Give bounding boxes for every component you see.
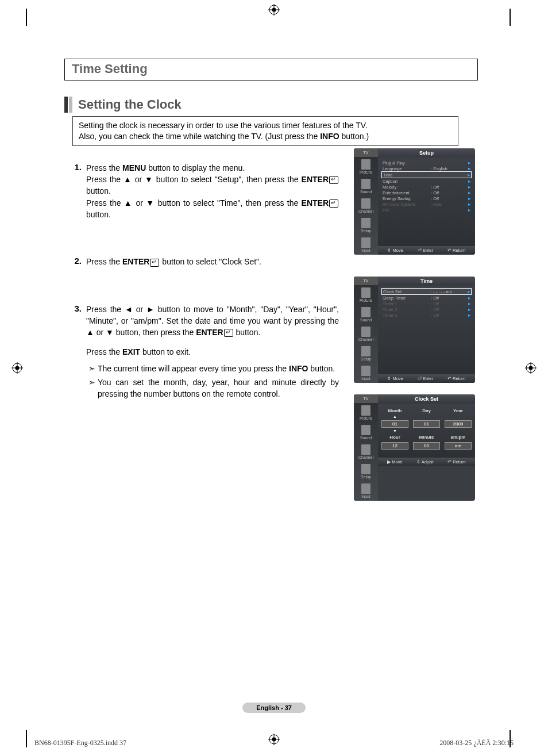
step-body: Press the ◄ or ► button to move to "Mont…: [86, 304, 339, 400]
osd-side-item: Input: [354, 235, 378, 255]
osd-side-item: Channel: [354, 442, 378, 462]
osd-title: Clock Set: [378, 394, 475, 404]
osd-side-item: Channel: [354, 324, 378, 344]
osd-screen-2: TVPictureSoundChannelSetupInputTimeClock…: [354, 277, 475, 383]
osd-title: Setup: [378, 148, 475, 158]
osd-row: Entertainment: Off►: [381, 190, 472, 195]
section-heading: Setting the Clock: [64, 97, 478, 113]
osd-row: Timer 3: Off►: [381, 312, 472, 318]
osd-side-item: Setup: [354, 344, 378, 363]
registration-mark-icon: [525, 362, 537, 374]
osd-side-item: Sound: [354, 305, 378, 324]
intro-box: Setting the clock is necessary in order …: [72, 116, 458, 146]
clock-field: 00: [413, 442, 440, 450]
section-title: Setting the Clock: [78, 97, 182, 112]
osd-tv-label: TV: [354, 148, 378, 157]
osd-side-item: Setup: [354, 462, 378, 481]
osd-side-item: Input: [354, 363, 378, 383]
osd-side-item: Sound: [354, 423, 378, 442]
osd-side-item: Channel: [354, 196, 378, 216]
clock-field: am: [445, 442, 472, 450]
document-footer: BN68-01395F-Eng-0325.indd 37 2008-03-25 …: [34, 739, 514, 747]
osd-side-item: Input: [354, 481, 378, 501]
osd-row: PIP►: [381, 207, 472, 213]
osd-row: Language: English►: [381, 166, 472, 171]
registration-mark-icon: [11, 362, 23, 374]
osd-title: Time: [378, 277, 475, 286]
osd-screen-1: TVPictureSoundChannelSetupInputSetupPlug…: [354, 148, 475, 255]
osd-row: Sleep Timer: Off►: [381, 295, 472, 301]
clock-field: 2008: [445, 420, 472, 428]
osd-row: Timer 2: Off►: [381, 306, 472, 312]
osd-row: Clock Set: - - : - - am►: [381, 288, 472, 295]
osd-row: Plug & Play►: [381, 160, 472, 166]
osd-side-item: Setup: [354, 216, 378, 235]
osd-side-item: Picture: [354, 403, 378, 423]
clock-field: 01: [381, 420, 408, 428]
page-header: Time Setting: [64, 59, 478, 80]
osd-row: Energy Saving: Off►: [381, 195, 472, 201]
enter-icon: [224, 329, 233, 337]
osd-row: Timer 1: Off►: [381, 301, 472, 306]
step-number: 1.: [64, 162, 86, 172]
osd-footer: ⇕ Move⏎ Enter↶ Return: [378, 374, 475, 383]
registration-mark-icon: [268, 4, 280, 16]
osd-side-item: Sound: [354, 176, 378, 196]
osd-side-item: Picture: [354, 285, 378, 305]
osd-screenshots: TVPictureSoundChannelSetupInputSetupPlug…: [354, 148, 475, 523]
step-number: 3.: [64, 304, 86, 313]
note-bullet: ➣You can set the month, day, year, hour …: [86, 377, 339, 400]
osd-row: Caption►: [381, 178, 472, 184]
osd-side-item: Picture: [354, 157, 378, 176]
enter-icon: [329, 199, 338, 208]
osd-row: Time►: [381, 171, 472, 178]
enter-icon: [150, 259, 159, 267]
clock-field: 12: [381, 442, 408, 450]
osd-screen-3: TVPictureSoundChannelSetupInputClock Set…: [354, 394, 475, 501]
clock-field: 01: [413, 420, 440, 428]
page-number: English - 37: [0, 702, 548, 713]
enter-icon: [329, 176, 338, 184]
step-body: Press the ENTER button to select "Clock …: [86, 256, 339, 267]
osd-footer: ▶ Move⇕ Adjust↶ Return: [378, 458, 475, 466]
note-bullet: ➣The current time will appear every time…: [86, 363, 339, 374]
page-title: Time Setting: [72, 62, 470, 76]
osd-row: AV Color System: Auto►: [381, 201, 472, 207]
step-number: 2.: [64, 256, 86, 266]
osd-tv-label: TV: [354, 394, 378, 403]
osd-tv-label: TV: [354, 277, 378, 285]
osd-row: Melody: Off►: [381, 184, 472, 190]
osd-footer: ⇕ Move⏎ Enter↶ Return: [378, 246, 475, 255]
step-body: Press the MENU button to display the men…: [86, 162, 339, 220]
